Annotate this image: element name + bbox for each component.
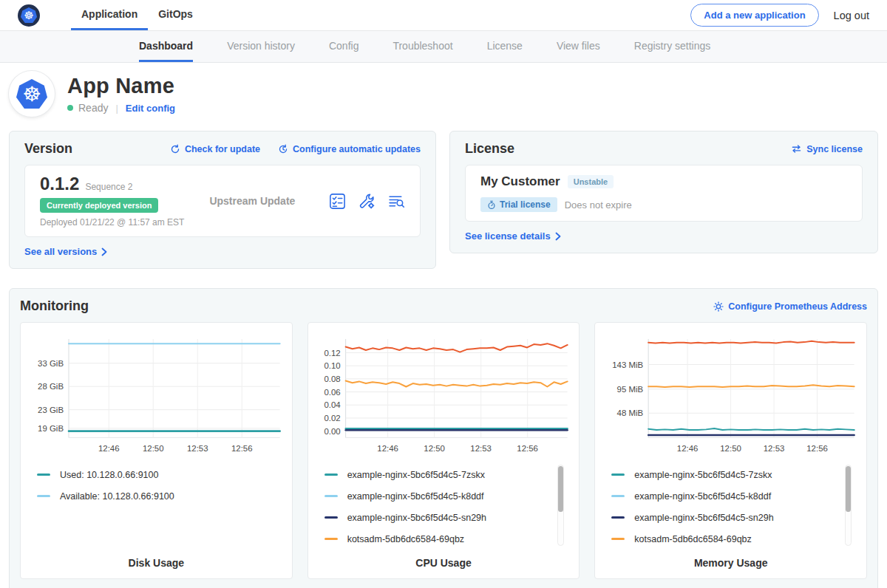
divider: |: [115, 103, 118, 114]
expiry-label: Does not expire: [565, 199, 632, 211]
config-wrench-gear-icon[interactable]: [358, 193, 375, 210]
check-for-update-link[interactable]: Check for update: [170, 144, 260, 154]
topnav-tab-application[interactable]: Application: [71, 0, 148, 30]
configure-automatic-updates-label: Configure automatic updates: [293, 144, 421, 154]
app-sub-nav: DashboardVersion historyConfigTroublesho…: [0, 31, 887, 63]
status-badge: Ready: [78, 102, 108, 114]
sync-arrows-icon: [791, 144, 802, 154]
topnav-right: Add a new application Log out: [690, 0, 869, 30]
configure-automatic-updates-link[interactable]: Configure automatic updates: [278, 144, 421, 154]
version-number: 0.1.2: [40, 174, 79, 194]
app-info: App Name Ready | Edit config: [67, 74, 175, 114]
version-number-row: 0.1.2 Sequence 2: [40, 174, 184, 194]
version-info-column: 0.1.2 Sequence 2 Currently deployed vers…: [40, 174, 184, 228]
configure-prometheus-link[interactable]: Configure Prometheus Address: [713, 301, 867, 312]
svg-text:12:56: 12:56: [517, 444, 538, 453]
logout-button[interactable]: Log out: [834, 10, 869, 21]
sync-license-link[interactable]: Sync license: [791, 144, 863, 154]
legend-label: example-nginx-5bc6f5d4c5-k8ddf: [347, 491, 484, 502]
license-card: License Sync license My Customer Unstabl…: [449, 131, 878, 253]
cpu-usage-chart: 0.000.020.040.060.080.100.1212:4612:5012…: [314, 332, 574, 457]
subnav-tab-version-history[interactable]: Version history: [227, 31, 295, 62]
see-all-versions-link[interactable]: See all versions: [24, 246, 107, 257]
version-actions: [329, 193, 405, 210]
legend-scrollbar[interactable]: [845, 465, 852, 546]
legend-item-example-nginx-5bc6f5d4c5-sn29h: example-nginx-5bc6f5d4c5-sn29h: [324, 507, 551, 528]
svg-text:0.08: 0.08: [324, 375, 340, 383]
legend-scrollbar[interactable]: [557, 465, 564, 546]
svg-text:33 GiB: 33 GiB: [38, 359, 64, 368]
subnav-tab-view-files[interactable]: View files: [557, 31, 600, 62]
legend-label: example-nginx-5bc6f5d4c5-7zskx: [347, 470, 485, 480]
deploy-logs-icon[interactable]: [388, 193, 405, 210]
svg-text:143 MiB: 143 MiB: [613, 360, 644, 369]
channel-badge: Unstable: [568, 175, 614, 188]
see-license-details-row: See license details: [465, 229, 863, 242]
edit-config-link[interactable]: Edit config: [126, 103, 175, 114]
topnav-tab-gitops[interactable]: GitOps: [148, 0, 203, 30]
legend-color-dash: [611, 538, 625, 540]
cards-row: Version Check for update Configure autom…: [9, 131, 878, 269]
svg-text:12:53: 12:53: [187, 444, 208, 453]
legend-item-kotsadm-5db6dc6584-69qbz: kotsadm-5db6dc6584-69qbz: [324, 528, 551, 550]
legend-color-dash: [324, 495, 338, 497]
legend-label: example-nginx-5bc6f5d4c5-sn29h: [634, 513, 773, 523]
svg-text:12:53: 12:53: [764, 444, 785, 453]
svg-text:12:50: 12:50: [424, 444, 445, 453]
preflight-checklist-icon[interactable]: [329, 193, 346, 210]
legend-scrollbar-thumb[interactable]: [846, 466, 851, 512]
monitoring-title: Monitoring: [20, 298, 89, 314]
svg-text:0.06: 0.06: [324, 388, 340, 397]
svg-text:12:53: 12:53: [470, 444, 492, 453]
customer-name: My Customer: [480, 174, 560, 189]
cpu-usage-legend: example-nginx-5bc6f5d4c5-7zskxexample-ng…: [324, 464, 574, 550]
legend-item-example-nginx-5bc6f5d4c5-7zskx: example-nginx-5bc6f5d4c5-7zskx: [324, 464, 551, 485]
disk-usage-chart: 19 GiB23 GiB28 GiB33 GiB12:4612:5012:531…: [27, 332, 286, 457]
see-license-details-link[interactable]: See license details: [465, 230, 561, 242]
top-nav: ☸ ApplicationGitOps Add a new applicatio…: [0, 0, 887, 31]
legend-color-dash: [611, 495, 625, 497]
see-license-details-label: See license details: [465, 230, 551, 242]
chevron-right-icon: [101, 247, 107, 256]
subnav-tab-license[interactable]: License: [487, 31, 523, 62]
main-content: Version Check for update Configure autom…: [0, 126, 887, 588]
kubernetes-wheel-icon: ☸: [21, 7, 37, 23]
legend-color-dash: [324, 538, 338, 540]
legend-scrollbar-thumb[interactable]: [558, 466, 563, 512]
disk-usage-chart-title: Disk Usage: [27, 550, 286, 569]
version-source-label: Upstream Update: [209, 195, 295, 207]
svg-text:12:56: 12:56: [807, 444, 829, 453]
svg-text:0.04: 0.04: [324, 400, 341, 409]
app-kubernetes-icon: ☸: [16, 79, 47, 109]
legend-label: kotsadm-5db6dc6584-69qbz: [347, 534, 464, 544]
sync-license-label: Sync license: [806, 144, 863, 154]
version-card-header: Version Check for update Configure autom…: [24, 141, 421, 157]
legend-label: Used: 10.128.0.66:9100: [60, 470, 158, 480]
kubernetes-logo: ☸: [18, 4, 40, 27]
svg-text:95 MiB: 95 MiB: [617, 385, 644, 394]
status-dot-icon: [67, 105, 73, 111]
legend-item-example-nginx-5bc6f5d4c5-k8ddf: example-nginx-5bc6f5d4c5-k8ddf: [611, 485, 838, 507]
subnav-tab-registry-settings[interactable]: Registry settings: [634, 31, 710, 62]
trial-license-label: Trial license: [500, 199, 551, 210]
legend-label: kotsadm-5db6dc6584-69qbz: [634, 534, 751, 544]
legend-label: example-nginx-5bc6f5d4c5-7zskx: [634, 470, 772, 480]
memory-usage-chart-title: Memory Usage: [601, 550, 860, 569]
chart-card-cpu-usage: 0.000.020.040.060.080.100.1212:4612:5012…: [307, 322, 580, 579]
gear-icon: [713, 301, 724, 312]
current-version-row: 0.1.2 Sequence 2 Currently deployed vers…: [24, 165, 421, 237]
license-card-header: License Sync license: [465, 141, 863, 157]
license-header-links: Sync license: [791, 144, 863, 154]
legend-item-example-nginx-5bc6f5d4c5-7zskx: example-nginx-5bc6f5d4c5-7zskx: [611, 464, 838, 485]
legend-item-example-nginx-5bc6f5d4c5-sn29h: example-nginx-5bc6f5d4c5-sn29h: [611, 507, 838, 528]
memory-usage-chart: 48 MiB95 MiB143 MiB12:4612:5012:5312:56: [601, 332, 860, 457]
legend-color-dash: [324, 474, 338, 476]
refresh-icon: [170, 144, 180, 154]
add-application-button[interactable]: Add a new application: [690, 4, 818, 27]
legend-color-dash: [611, 474, 625, 476]
subnav-tab-dashboard[interactable]: Dashboard: [139, 31, 193, 62]
subnav-tab-config[interactable]: Config: [329, 31, 358, 62]
disk-usage-legend: Used: 10.128.0.66:9100Available: 10.128.…: [37, 464, 286, 507]
app-status-row: Ready | Edit config: [67, 102, 175, 114]
subnav-tab-troubleshoot[interactable]: Troubleshoot: [392, 31, 452, 62]
